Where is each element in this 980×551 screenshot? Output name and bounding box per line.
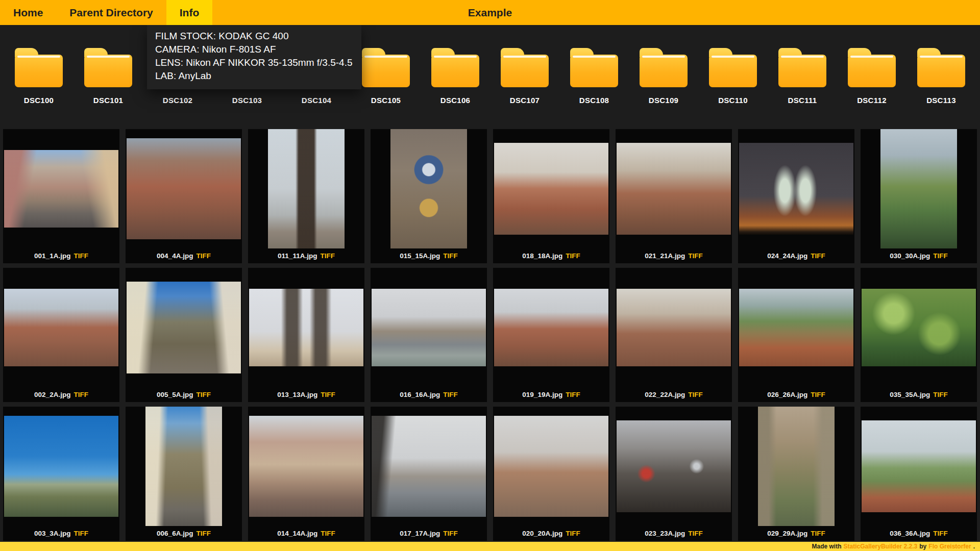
folder-dsc101[interactable]: DSC101	[74, 47, 143, 105]
photo-filename[interactable]: 003_3A.jpg	[34, 530, 70, 537]
photo-thumbnail[interactable]	[390, 129, 467, 248]
photo-filename[interactable]: 023_23A.jpg	[645, 530, 685, 537]
gallery-item[interactable]: 021_21A.jpgTIFF	[616, 129, 732, 263]
tiff-link[interactable]: TIFF	[74, 530, 88, 537]
photo-filename[interactable]: 002_2A.jpg	[34, 391, 70, 398]
photo-thumbnail[interactable]	[739, 289, 853, 366]
folder-dsc109[interactable]: DSC109	[629, 47, 698, 105]
gallery-item[interactable]: 004_4A.jpgTIFF	[126, 129, 242, 263]
tiff-link[interactable]: TIFF	[196, 391, 211, 398]
photo-thumbnail[interactable]	[4, 150, 118, 228]
nav-home[interactable]: Home	[0, 0, 56, 25]
gallery-item[interactable]: 026_26A.jpgTIFF	[738, 268, 854, 402]
tiff-link[interactable]: TIFF	[74, 391, 88, 398]
gallery-item[interactable]: 002_2A.jpgTIFF	[3, 268, 119, 402]
photo-filename[interactable]: 016_16A.jpg	[400, 391, 440, 398]
photo-filename[interactable]: 011_11A.jpg	[278, 252, 317, 260]
tiff-link[interactable]: TIFF	[566, 530, 580, 537]
tiff-link[interactable]: TIFF	[933, 391, 948, 398]
gallery-item[interactable]: 016_16A.jpgTIFF	[371, 268, 487, 402]
gallery-item[interactable]: 018_18A.jpgTIFF	[493, 129, 609, 263]
photo-thumbnail[interactable]	[617, 420, 731, 512]
tiff-link[interactable]: TIFF	[320, 252, 335, 260]
photo-thumbnail[interactable]	[372, 416, 486, 517]
gallery-item[interactable]: 030_30A.jpgTIFF	[861, 129, 977, 263]
tiff-link[interactable]: TIFF	[321, 530, 335, 537]
photo-thumbnail[interactable]	[4, 416, 118, 517]
folder-dsc110[interactable]: DSC110	[698, 47, 768, 105]
footer-builder-link[interactable]: StaticGalleryBuilder 2.2.3	[844, 543, 918, 550]
photo-thumbnail[interactable]	[617, 143, 731, 235]
folder-dsc100[interactable]: DSC100	[4, 47, 74, 105]
gallery-item[interactable]: 022_22A.jpgTIFF	[616, 268, 732, 402]
nav-info[interactable]: Info	[166, 0, 212, 25]
gallery-item[interactable]: 011_11A.jpgTIFF	[248, 129, 364, 263]
photo-thumbnail[interactable]	[862, 420, 976, 512]
photo-thumbnail[interactable]	[494, 416, 608, 517]
photo-thumbnail[interactable]	[249, 416, 363, 517]
folder-dsc105[interactable]: DSC105	[351, 47, 421, 105]
gallery-item[interactable]: 015_15A.jpgTIFF	[371, 129, 487, 263]
gallery-item[interactable]: 005_5A.jpgTIFF	[126, 268, 242, 402]
tiff-link[interactable]: TIFF	[811, 252, 825, 260]
tiff-link[interactable]: TIFF	[566, 252, 580, 260]
gallery-item[interactable]: 013_13A.jpgTIFF	[248, 268, 364, 402]
gallery-item[interactable]: 001_1A.jpgTIFF	[3, 129, 119, 263]
photo-thumbnail[interactable]	[758, 407, 835, 526]
tiff-link[interactable]: TIFF	[688, 391, 703, 398]
gallery-item[interactable]: 036_36A.jpgTIFF	[861, 407, 977, 541]
folder-dsc111[interactable]: DSC111	[768, 47, 837, 105]
tiff-link[interactable]: TIFF	[196, 530, 211, 537]
photo-thumbnail[interactable]	[880, 129, 957, 248]
tiff-link[interactable]: TIFF	[443, 252, 458, 260]
photo-filename[interactable]: 015_15A.jpg	[400, 252, 440, 260]
photo-thumbnail[interactable]	[4, 289, 118, 366]
photo-thumbnail[interactable]	[494, 143, 608, 235]
tiff-link[interactable]: TIFF	[811, 530, 825, 537]
tiff-link[interactable]: TIFF	[688, 530, 703, 537]
photo-thumbnail[interactable]	[127, 282, 241, 373]
photo-filename[interactable]: 036_36A.jpg	[890, 530, 930, 537]
photo-filename[interactable]: 019_19A.jpg	[522, 391, 562, 398]
folder-dsc108[interactable]: DSC108	[559, 47, 629, 105]
gallery-item[interactable]: 035_35A.jpgTIFF	[861, 268, 977, 402]
tiff-link[interactable]: TIFF	[443, 391, 458, 398]
photo-filename[interactable]: 001_1A.jpg	[34, 252, 70, 260]
tiff-link[interactable]: TIFF	[566, 391, 580, 398]
photo-filename[interactable]: 013_13A.jpg	[277, 391, 317, 398]
tiff-link[interactable]: TIFF	[443, 530, 458, 537]
folder-dsc107[interactable]: DSC107	[490, 47, 559, 105]
photo-filename[interactable]: 014_14A.jpg	[277, 530, 317, 537]
photo-filename[interactable]: 030_30A.jpg	[890, 252, 930, 260]
tiff-link[interactable]: TIFF	[811, 391, 825, 398]
photo-filename[interactable]: 005_5A.jpg	[157, 391, 193, 398]
gallery-item[interactable]: 020_20A.jpgTIFF	[493, 407, 609, 541]
photo-filename[interactable]: 020_20A.jpg	[522, 530, 562, 537]
photo-thumbnail[interactable]	[268, 129, 345, 248]
photo-thumbnail[interactable]	[617, 289, 731, 366]
photo-filename[interactable]: 026_26A.jpg	[767, 391, 807, 398]
gallery-item[interactable]: 014_14A.jpgTIFF	[248, 407, 364, 541]
nav-parent-directory[interactable]: Parent Directory	[56, 0, 166, 25]
photo-filename[interactable]: 017_17A.jpg	[400, 530, 440, 537]
photo-thumbnail[interactable]	[372, 289, 486, 366]
folder-dsc113[interactable]: DSC113	[906, 47, 976, 105]
photo-filename[interactable]: 018_18A.jpg	[522, 252, 562, 260]
tiff-link[interactable]: TIFF	[196, 252, 211, 260]
folder-dsc106[interactable]: DSC106	[421, 47, 490, 105]
gallery-item[interactable]: 023_23A.jpgTIFF	[616, 407, 732, 541]
tiff-link[interactable]: TIFF	[933, 252, 948, 260]
gallery-item[interactable]: 006_6A.jpgTIFF	[126, 407, 242, 541]
photo-filename[interactable]: 029_29A.jpg	[767, 530, 807, 537]
photo-filename[interactable]: 021_21A.jpg	[645, 252, 685, 260]
tiff-link[interactable]: TIFF	[74, 252, 88, 260]
gallery-item[interactable]: 029_29A.jpgTIFF	[738, 407, 854, 541]
photo-thumbnail[interactable]	[145, 407, 222, 526]
folder-dsc112[interactable]: DSC112	[837, 47, 906, 105]
photo-filename[interactable]: 006_6A.jpg	[157, 530, 193, 537]
gallery-item[interactable]: 003_3A.jpgTIFF	[3, 407, 119, 541]
photo-filename[interactable]: 022_22A.jpg	[645, 391, 685, 398]
gallery-item[interactable]: 024_24A.jpgTIFF	[738, 129, 854, 263]
gallery-item[interactable]: 017_17A.jpgTIFF	[371, 407, 487, 541]
photo-filename[interactable]: 035_35A.jpg	[890, 391, 930, 398]
